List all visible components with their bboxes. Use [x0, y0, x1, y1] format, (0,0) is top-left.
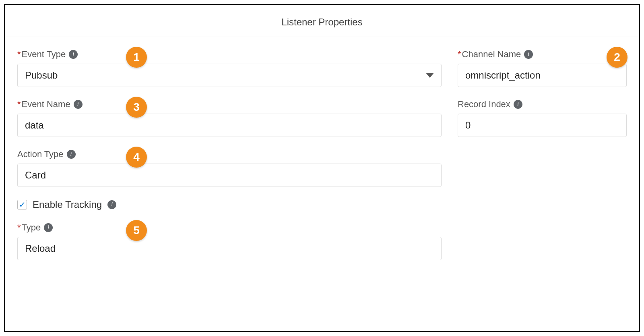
- panel-title: Listener Properties: [5, 5, 639, 37]
- record-index-label: Record Index: [458, 99, 510, 110]
- properties-panel: Listener Properties *Event Type i Pubsub…: [4, 4, 640, 332]
- action-type-field: Action Type i Card 4: [17, 149, 442, 187]
- record-index-input[interactable]: 0: [458, 114, 627, 137]
- info-icon[interactable]: i: [69, 50, 78, 59]
- channel-name-input[interactable]: omniscript_action: [458, 64, 627, 87]
- record-index-value: 0: [465, 120, 471, 131]
- enable-tracking-label: Enable Tracking: [33, 199, 102, 210]
- info-icon[interactable]: i: [44, 223, 53, 232]
- action-type-label-row: Action Type i: [17, 149, 442, 160]
- callout-badge-3: 3: [126, 97, 147, 118]
- channel-name-value: omniscript_action: [465, 70, 541, 81]
- event-type-select[interactable]: Pubsub: [17, 64, 442, 87]
- type-label-row: *Type i: [17, 222, 442, 233]
- required-marker: *: [17, 49, 21, 59]
- record-index-label-row: Record Index i: [458, 99, 627, 110]
- info-icon[interactable]: i: [524, 50, 533, 59]
- info-icon[interactable]: i: [74, 100, 83, 109]
- type-input[interactable]: Reload: [17, 237, 442, 260]
- action-type-input[interactable]: Card: [17, 164, 442, 187]
- action-type-label: Action Type: [17, 149, 64, 160]
- info-icon[interactable]: i: [67, 150, 76, 159]
- type-value: Reload: [25, 243, 56, 254]
- event-name-value: data: [25, 120, 44, 131]
- event-type-value: Pubsub: [25, 70, 58, 81]
- left-column: *Event Type i Pubsub 1 *Event Name i dat…: [17, 49, 442, 272]
- callout-badge-2: 2: [607, 47, 627, 68]
- channel-name-label-row: *Channel Name i: [458, 49, 627, 60]
- callout-badge-1: 1: [126, 47, 147, 68]
- event-name-input[interactable]: data: [17, 114, 442, 137]
- enable-tracking-checkbox[interactable]: ✓: [17, 200, 27, 209]
- form-body: *Event Type i Pubsub 1 *Event Name i dat…: [5, 37, 639, 272]
- chevron-down-icon: [426, 73, 434, 78]
- callout-badge-4: 4: [126, 147, 147, 168]
- event-name-label: Event Name: [22, 99, 70, 109]
- required-marker: *: [17, 99, 21, 109]
- required-marker: *: [458, 49, 461, 59]
- channel-name-field: *Channel Name i omniscript_action 2: [458, 49, 627, 87]
- enable-tracking-row: ✓ Enable Tracking i: [17, 199, 442, 210]
- type-field: *Type i Reload 5: [17, 222, 442, 260]
- action-type-value: Card: [25, 170, 46, 180]
- event-type-label-row: *Event Type i: [17, 49, 442, 60]
- required-marker: *: [17, 222, 21, 232]
- event-type-label: Event Type: [22, 49, 66, 59]
- info-icon[interactable]: i: [107, 200, 116, 209]
- event-name-field: *Event Name i data 3: [17, 99, 442, 137]
- event-type-field: *Event Type i Pubsub 1: [17, 49, 442, 87]
- channel-name-label: Channel Name: [462, 49, 521, 59]
- type-label: Type: [22, 222, 41, 232]
- event-name-label-row: *Event Name i: [17, 99, 442, 110]
- record-index-field: Record Index i 0: [458, 99, 627, 137]
- right-column: *Channel Name i omniscript_action 2 Reco…: [458, 49, 627, 272]
- info-icon[interactable]: i: [514, 100, 522, 109]
- callout-badge-5: 5: [126, 220, 147, 241]
